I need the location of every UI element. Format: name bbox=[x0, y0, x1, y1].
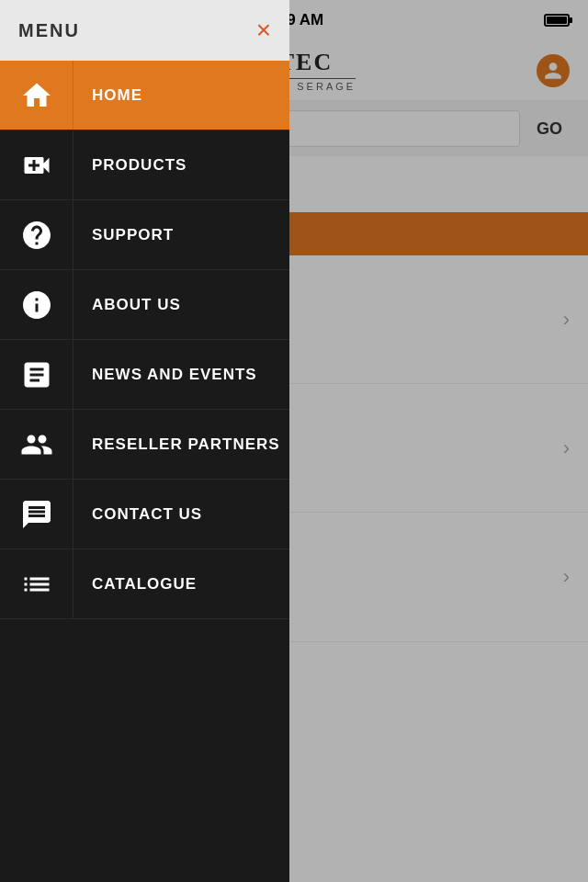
side-menu: MENU × HOME PRODUCTS SUPPORT ABOUT US NE… bbox=[0, 0, 289, 882]
support-icon bbox=[0, 200, 74, 269]
news-icon bbox=[0, 340, 74, 409]
contact-icon bbox=[0, 480, 74, 548]
products-icon bbox=[0, 130, 74, 199]
close-icon[interactable]: × bbox=[256, 17, 271, 43]
sidebar-item-products[interactable]: PRODUCTS bbox=[0, 130, 289, 200]
sidebar-item-about[interactable]: ABOUT US bbox=[0, 270, 289, 340]
catalogue-icon bbox=[0, 549, 74, 618]
menu-items-list: HOME PRODUCTS SUPPORT ABOUT US NEWS AND … bbox=[0, 61, 289, 619]
menu-item-label: RESELLER PARTNERS bbox=[74, 435, 280, 454]
about-icon bbox=[0, 270, 74, 339]
menu-item-label: HOME bbox=[74, 86, 142, 105]
menu-item-label: CATALOGUE bbox=[74, 575, 197, 594]
menu-item-label: ABOUT US bbox=[74, 296, 181, 314]
reseller-icon bbox=[0, 410, 74, 479]
sidebar-item-contact[interactable]: CONTACT US bbox=[0, 480, 289, 549]
menu-title: MENU bbox=[18, 20, 80, 41]
menu-item-label: CONTACT US bbox=[74, 505, 202, 524]
sidebar-item-reseller[interactable]: RESELLER PARTNERS bbox=[0, 410, 289, 480]
sidebar-item-catalogue[interactable]: CATALOGUE bbox=[0, 549, 289, 619]
home-icon bbox=[0, 61, 74, 130]
sidebar-item-home[interactable]: HOME bbox=[0, 61, 289, 130]
menu-item-label: SUPPORT bbox=[74, 226, 174, 244]
sidebar-item-news[interactable]: NEWS AND EVENTS bbox=[0, 340, 289, 410]
menu-item-label: PRODUCTS bbox=[74, 156, 187, 175]
sidebar-item-support[interactable]: SUPPORT bbox=[0, 200, 289, 270]
menu-item-label: NEWS AND EVENTS bbox=[74, 366, 257, 384]
menu-header: MENU × bbox=[0, 0, 289, 61]
